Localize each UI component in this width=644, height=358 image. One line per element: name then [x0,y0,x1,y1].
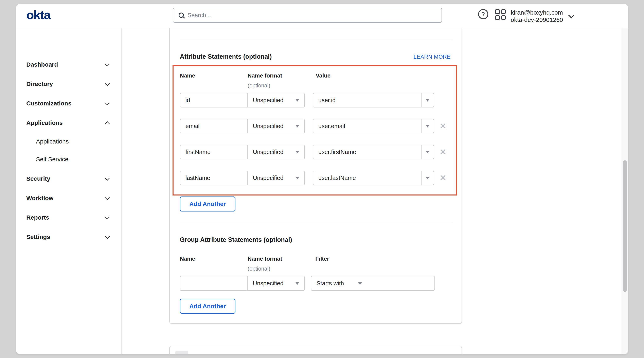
sidebar-item-dashboard[interactable]: Dashboard [16,59,121,71]
attribute-name-input[interactable] [180,93,247,108]
name-format-select[interactable]: Unspecified [247,93,305,108]
name-format-select[interactable]: Unspecified [247,171,305,185]
grid-square [501,9,506,14]
dropdown-arrow-icon [296,282,299,285]
chevron-down-icon [105,176,110,181]
add-another-group-button[interactable]: Add Another [180,299,236,314]
group-attribute-row: UnspecifiedStarts with [170,276,462,291]
value-text: user.email [318,123,345,130]
sidebar-item-label: Customizations [26,100,72,107]
column-header-name-format: Name format [248,73,282,79]
column-note-optional: (optional) [248,266,270,272]
scrollbar-thumb[interactable] [623,160,627,292]
dropdown-arrow-section[interactable] [421,171,434,185]
attribute-row: Unspecifieduser.id [170,93,462,108]
dropdown-arrow-section[interactable] [421,119,434,133]
dropdown-arrow-icon [296,125,299,128]
sidebar-item-reports[interactable]: Reports [16,211,121,224]
grid-square [495,15,500,20]
chevron-down-icon [105,234,110,239]
value-combobox[interactable]: user.firstName [313,145,434,159]
attribute-row: Unspecifieduser.email✕ [170,119,462,133]
attribute-row: Unspecifieduser.firstName✕ [170,145,462,159]
scrollbar-track[interactable] [622,28,628,354]
sidebar-item-workflow[interactable]: Workflow [16,192,121,204]
sidebar-item-label: Settings [26,234,50,240]
dropdown-arrow-icon [426,151,430,153]
value-combobox[interactable]: user.lastName [313,171,434,185]
sidebar-item-customizations[interactable]: Customizations [16,97,121,110]
dropdown-arrow-icon [426,177,430,179]
chevron-down-icon [568,13,574,18]
name-format-select[interactable]: Unspecified [247,145,305,159]
sidebar-item-label: Directory [26,81,53,87]
search-input[interactable]: Search... [173,8,442,23]
attribute-name-input[interactable] [180,145,247,159]
column-header-name-format: Name format [248,256,282,262]
attribute-name-input[interactable] [180,171,247,185]
sidebar: DashboardDirectoryCustomizationsApplicat… [16,28,122,354]
grid-square [501,15,506,20]
group-name-format-select[interactable]: Unspecified [247,276,305,291]
okta-logo[interactable]: okta [26,9,50,21]
sidebar-item-label: Reports [26,214,49,221]
next-section-card [169,346,462,354]
add-another-button[interactable]: Add Another [180,196,236,211]
sidebar-item-label: Applications [36,138,69,145]
question-mark-glyph: ? [482,11,485,18]
sidebar-item-applications[interactable]: Applications [16,135,121,148]
sidebar-item-settings[interactable]: Settings [16,231,121,243]
account-email: kiran@boxyhq.com [511,9,563,16]
dropdown-arrow-icon [426,99,430,102]
sidebar-item-self-service[interactable]: Self Service [16,153,121,165]
name-format-select[interactable]: Unspecified [247,119,305,133]
dropdown-arrow-section[interactable] [421,145,434,159]
column-header-name: Name [180,256,195,262]
sidebar-item-label: Workflow [26,195,54,202]
sidebar-item-label: Dashboard [26,61,58,68]
name-format-value: Unspecified [253,123,284,130]
search-placeholder: Search... [188,12,211,19]
name-format-value: Unspecified [253,149,284,155]
remove-row-button[interactable]: ✕ [438,147,448,157]
chevron-down-icon [105,62,110,66]
attribute-name-input[interactable] [180,119,247,133]
sidebar-item-label: Self Service [36,156,68,163]
remove-row-button[interactable]: ✕ [438,173,448,183]
topbar: okta Search... ? kiran@boxyhq.com okta-d… [16,4,628,28]
placeholder-chip [175,351,188,354]
value-combobox[interactable]: user.email [313,119,434,133]
section-divider [180,40,452,40]
chevron-down-icon [105,214,110,219]
value-text: user.firstName [318,149,356,155]
group-name-input[interactable] [180,276,247,291]
column-header-filter: Filter [315,256,329,262]
value-text: user.lastName [318,175,356,181]
dropdown-arrow-section[interactable] [421,93,434,107]
search-icon [178,13,184,18]
learn-more-link[interactable]: LEARN MORE [414,54,451,60]
account-menu[interactable]: kiran@boxyhq.com okta-dev-20901260 [511,7,573,26]
chevron-down-icon [105,81,110,86]
sidebar-item-security[interactable]: Security [16,173,121,185]
filter-type-select[interactable]: Starts with [311,276,367,291]
name-format-value: Unspecified [253,280,284,287]
value-text: user.id [318,97,336,104]
dropdown-arrow-icon [358,282,362,285]
dropdown-arrow-icon [296,177,299,179]
apps-grid-icon[interactable] [495,9,506,20]
name-format-value: Unspecified [253,97,284,104]
dropdown-arrow-icon [426,125,430,128]
group-attribute-statements-title: Group Attribute Statements (optional) [180,236,292,243]
dropdown-arrow-icon [296,151,299,153]
dropdown-arrow-icon [296,99,299,102]
remove-row-button[interactable]: ✕ [438,121,448,131]
column-header-name: Name [180,73,195,79]
sidebar-item-directory[interactable]: Directory [16,78,121,90]
attribute-statements-title: Attribute Statements (optional) [180,53,272,60]
filter-value-input[interactable] [366,276,435,291]
name-format-value: Unspecified [253,175,284,181]
sidebar-item-applications[interactable]: Applications [16,117,121,129]
value-combobox[interactable]: user.id [313,93,434,108]
help-icon[interactable]: ? [478,9,488,19]
